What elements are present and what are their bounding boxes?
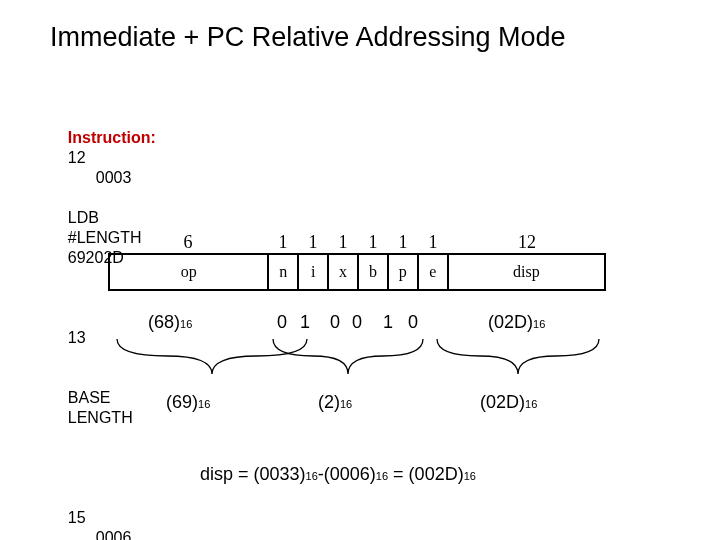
instruction-label: Instruction: [68, 129, 156, 146]
loc: 0006 [68, 528, 176, 540]
field-p: p [389, 255, 419, 289]
bit-b: 0 [352, 312, 362, 333]
bit-p: 1 [383, 312, 393, 333]
line-no: 13 [68, 328, 76, 348]
bitwidth-p: 1 [388, 232, 418, 253]
bit-n: 0 [277, 312, 287, 333]
line-no: 12 [68, 148, 76, 168]
byte1-hex: (69)16 [166, 392, 210, 413]
opcode: BASE [68, 388, 140, 408]
loc: 0003 [68, 168, 176, 188]
byte2-hex: (2)16 [318, 392, 352, 413]
field-x: x [329, 255, 359, 289]
field-n: n [269, 255, 299, 289]
bitwidth-x: 1 [328, 232, 358, 253]
bitwidth-disp: 12 [448, 232, 606, 253]
field-disp: disp [449, 255, 604, 289]
field-i: i [299, 255, 329, 289]
disp-equation: disp = (0033)16-(0006)16 = (002D)16 [200, 464, 476, 485]
opcode-hex: (68)16 [148, 312, 192, 333]
bitwidth-e: 1 [418, 232, 448, 253]
field-e: e [419, 255, 449, 289]
page-title: Immediate + PC Relative Addressing Mode [0, 0, 720, 53]
bit-x: 0 [330, 312, 340, 333]
bitwidth-n: 1 [268, 232, 298, 253]
field-op: op [110, 255, 269, 289]
bit-i: 1 [300, 312, 310, 333]
bitwidth-op: 6 [108, 232, 268, 253]
brace-icon [432, 334, 604, 384]
instruction-format-diagram: 6 1 1 1 1 1 1 12 op n i x b p e disp [108, 232, 606, 291]
byte3-hex: (02D)16 [480, 392, 537, 413]
bitwidth-b: 1 [358, 232, 388, 253]
operand: LENGTH [68, 408, 178, 428]
opcode: LDB [68, 208, 140, 228]
disp-hex: (02D)16 [488, 312, 545, 333]
bit-e: 0 [408, 312, 418, 333]
bitwidth-i: 1 [298, 232, 328, 253]
line-no: 15 [68, 508, 76, 528]
brace-icon [268, 334, 428, 384]
field-b: b [359, 255, 389, 289]
